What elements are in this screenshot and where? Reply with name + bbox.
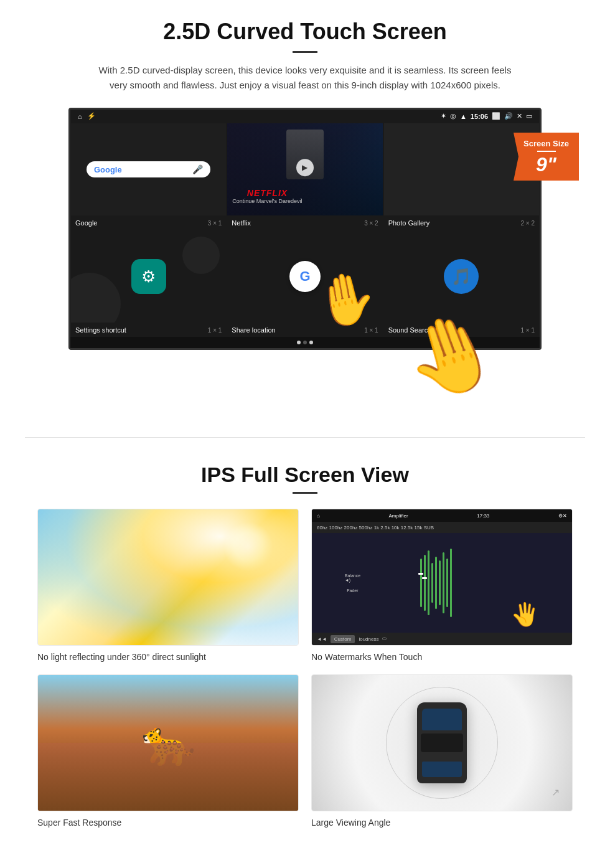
feature-watermarks: ⌂ Amplifier 17:33 ⚙✕ 60hz 100hz 200hz 50… (311, 509, 573, 662)
badge-divider (537, 151, 556, 152)
dot-1 (297, 341, 301, 344)
device-mockup: Screen Size 9" ⌂ ⚡ ✶ ◎ ▲ 15:06 ⬜ 🔊 ✕ (37, 108, 573, 350)
bluetooth-icon: ✶ (441, 112, 446, 120)
eq-bars: Balance◄) Fader (317, 538, 567, 628)
maps-size: 1 × 1 (364, 327, 378, 334)
eq-title-bar: 60hz 100hz 200hz 500hz 1k 2.5k 10k 12.5k… (312, 522, 572, 533)
settings-app-cell[interactable]: ⚙ (70, 230, 227, 323)
feature-sunlight-image (37, 509, 299, 646)
eq-slider-7 (443, 552, 444, 613)
location-icon: ◎ (450, 112, 456, 120)
google-search-bar[interactable]: Google 🎤 (87, 161, 210, 177)
volume-icon: 🔊 (504, 112, 513, 120)
feature-watermarks-caption: No Watermarks When Touch (311, 652, 573, 662)
netflix-label-row: Netflix 3 × 2 (227, 216, 383, 230)
badge-title: Screen Size (523, 139, 569, 148)
eq-slider-handle-1 (418, 573, 423, 575)
google-label: Google 3 × 1 (70, 216, 227, 230)
car-roof (421, 734, 463, 752)
eq-freq-labels: 60hz 100hz 200hz 500hz 1k 2.5k 10k 12.5k… (317, 525, 434, 531)
settings-size: 1 × 1 (208, 327, 222, 334)
photo-app-name: Photo Gallery (388, 219, 430, 227)
eq-slider-4 (431, 563, 433, 603)
page-divider (25, 437, 585, 438)
ground-overlay (38, 743, 298, 811)
hand-pointing-icon: 🤚 (309, 265, 381, 334)
eq-slider-2 (424, 555, 426, 611)
eq-slider-handle-2 (422, 577, 427, 579)
eq-toggle: ⬭ (382, 636, 387, 642)
badge-size: 9" (536, 153, 556, 176)
eq-slider-8 (446, 559, 448, 607)
settings-icon: ⚙ (131, 259, 166, 294)
feature-speed: Super Fast Response (37, 674, 299, 828)
cheetah-bg (38, 675, 298, 811)
eq-display: ⌂ Amplifier 17:33 ⚙✕ 60hz 100hz 200hz 50… (312, 509, 572, 645)
app-labels-top: Google 3 × 1 Netflix 3 × 2 Photo Gallery… (70, 216, 540, 230)
mic-icon: 🎤 (192, 164, 203, 174)
section1-title: 2.5D Curved Touch Screen (37, 19, 573, 45)
eq-bottom-bar: ◄◄ Custom loudness ⬭ (312, 633, 572, 645)
eq-back-icon: ◄◄ (317, 636, 327, 642)
sunlight-bg (38, 509, 298, 645)
curved-screen-section: 2.5D Curved Touch Screen With 2.5D curve… (0, 0, 610, 362)
feature-grid: No light reflecting under 360° direct su… (37, 509, 573, 828)
eq-loudness-label: loudness (359, 636, 378, 642)
status-right: ✶ ◎ ▲ 15:06 ⬜ 🔊 ✕ ▭ (441, 112, 532, 120)
netflix-app-cell[interactable]: ▶ NETFLIX Continue Marvel's Daredevil (227, 123, 383, 216)
status-left: ⌂ ⚡ (78, 112, 96, 120)
eq-slider-9 (450, 549, 452, 617)
bg-circle-1 (70, 273, 121, 323)
dot-3 (309, 341, 313, 344)
camera-icon: ⬜ (492, 112, 500, 120)
feature-viewing-angle: ↗ Large Viewing Angle (311, 674, 573, 828)
eq-slider-3 (428, 550, 429, 615)
eq-left-labels: Balance◄) Fader (345, 547, 360, 618)
netflix-logo: NETFLIX (232, 188, 302, 198)
eq-slider-5 (435, 557, 437, 609)
car-bg: ↗ (312, 675, 572, 811)
status-bar: ⌂ ⚡ ✶ ◎ ▲ 15:06 ⬜ 🔊 ✕ ▭ (70, 110, 540, 123)
photo-gallery-label: Photo Gallery 2 × 2 (383, 216, 540, 230)
car-top-view (417, 702, 467, 783)
eq-bars-container: Balance◄) Fader (312, 533, 572, 633)
google-logo: Google (94, 165, 122, 174)
close-icon: ✕ (517, 112, 522, 120)
eq-slider-6 (439, 560, 441, 605)
feature-sunlight: No light reflecting under 360° direct su… (37, 509, 299, 662)
maps-app-cell[interactable]: G 🤚 (227, 230, 383, 323)
netflix-app-name: Netflix (232, 219, 251, 227)
feature-cheetah-image (37, 674, 299, 811)
feature-eq-image: ⌂ Amplifier 17:33 ⚙✕ 60hz 100hz 200hz 50… (311, 509, 573, 646)
wifi-icon: ▲ (460, 113, 467, 120)
sun-effect (38, 509, 298, 645)
eq-sliders-group (420, 542, 452, 623)
angle-arrow-icon: ↗ (551, 786, 560, 798)
eq-title: Amplifier (389, 513, 408, 519)
netflix-subtitle: Continue Marvel's Daredevil (232, 198, 302, 204)
home-icon: ⌂ (78, 113, 82, 120)
maps-app-name: Share location (232, 326, 275, 334)
feature-sunlight-caption: No light reflecting under 360° direct su… (37, 652, 299, 662)
photo-size: 2 × 2 (520, 220, 535, 227)
screen-size-badge: Screen Size 9" (514, 133, 579, 181)
google-size: 3 × 1 (208, 220, 222, 227)
sound-size: 1 × 1 (520, 327, 535, 334)
fader-label: Fader (347, 588, 358, 593)
netflix-label: NETFLIX Continue Marvel's Daredevil (232, 188, 302, 204)
eq-custom-btn: Custom (331, 635, 355, 643)
eq-slider-1 (420, 559, 422, 607)
play-button[interactable]: ▶ (296, 159, 314, 176)
google-app-cell[interactable]: Google 🎤 (70, 123, 227, 216)
bg-circle-2 (182, 237, 220, 274)
eq-time: 17:33 (477, 513, 489, 519)
eq-icons: ⚙✕ (558, 513, 567, 519)
usb-icon: ⚡ (87, 112, 96, 120)
dot-2 (303, 341, 307, 344)
eq-status-bar: ⌂ Amplifier 17:33 ⚙✕ (312, 509, 572, 522)
settings-app-name: Settings shortcut (75, 326, 126, 334)
feature-car-image: ↗ (311, 674, 573, 811)
eq-home-icon: ⌂ (317, 513, 320, 519)
minimize-icon: ▭ (526, 112, 532, 120)
feature-angle-caption: Large Viewing Angle (311, 818, 573, 828)
